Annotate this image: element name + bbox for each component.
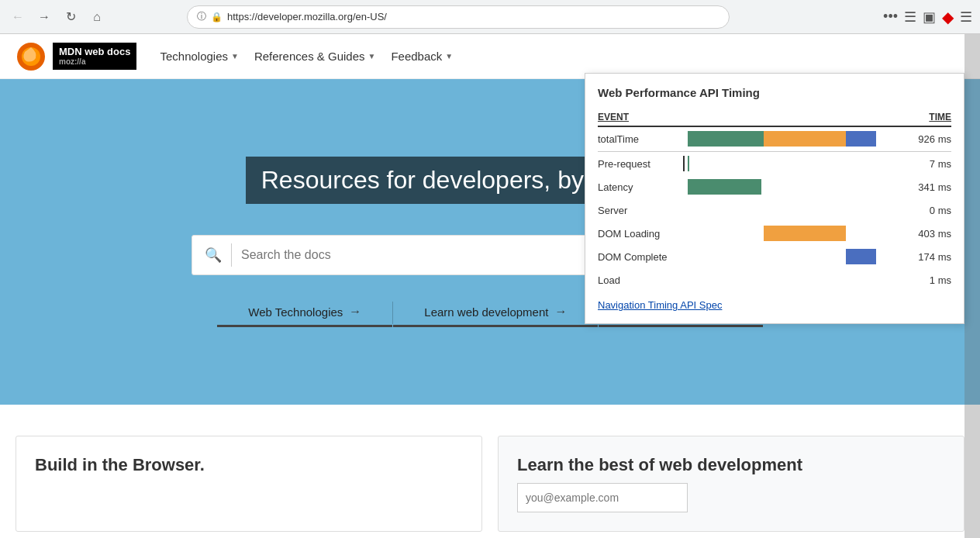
perf-time-value: 1 ms [900, 268, 951, 291]
bookmark-list-icon[interactable]: ☰ [904, 9, 916, 26]
browser-actions: ••• ☰ ▣ ◆ ☰ [883, 8, 972, 26]
pocket-icon[interactable]: ◆ [942, 8, 954, 26]
perf-event-name: Load [598, 268, 683, 291]
perf-table-row: Latency341 ms [598, 175, 951, 198]
performance-popup: Web Performance API Timing EVENT TIME to… [585, 73, 964, 324]
references-dropdown-arrow: ▼ [368, 52, 376, 60]
page-wrapper: MDN web docs moz://a Technologies ▼ Refe… [0, 34, 980, 538]
back-button[interactable]: ← [8, 7, 28, 27]
perf-table-row: totalTime926 ms [598, 126, 951, 152]
home-button[interactable]: ⌂ [87, 7, 107, 27]
perf-table-row: DOM Complete174 ms [598, 245, 951, 268]
perf-time-value: 7 ms [900, 152, 951, 176]
perf-table-row: Load1 ms [598, 268, 951, 291]
more-button[interactable]: ••• [883, 9, 898, 25]
info-icon: ⓘ [197, 10, 206, 23]
nav-feedback[interactable]: Feedback ▼ [391, 50, 453, 63]
forward-button[interactable]: → [34, 7, 54, 27]
reader-view-icon[interactable]: ▣ [923, 9, 936, 26]
reload-button[interactable]: ↻ [60, 7, 81, 27]
quick-link-learn-web-dev[interactable]: Learn web development → [393, 298, 598, 327]
web-tech-arrow-icon: → [349, 305, 361, 319]
sidebar-overlay [964, 34, 980, 538]
perf-table: EVENT TIME totalTime926 msPre-request7 m… [598, 109, 951, 291]
address-bar[interactable]: ⓘ 🔒 https://developer.mozilla.org/en-US/ [187, 5, 730, 29]
perf-bar-cell [683, 222, 900, 245]
perf-time-value: 0 ms [900, 198, 951, 222]
perf-bar-cell [683, 126, 900, 152]
learn-web-dev-card: Learn the best of web development [498, 436, 964, 532]
bar-segment [764, 131, 846, 147]
bar-segment [846, 131, 876, 147]
learn-card-title: Learn the best of web development [517, 455, 945, 475]
perf-bar-cell [683, 198, 900, 222]
navigation-timing-link[interactable]: Navigation Timing API Spec [598, 299, 722, 311]
perf-table-row: Pre-request7 ms [598, 152, 951, 176]
perf-event-name: DOM Loading [598, 222, 683, 245]
bottom-section: Build in the Browser. Learn the best of … [0, 405, 980, 538]
menu-icon[interactable]: ☰ [960, 9, 972, 26]
lock-icon: 🔒 [211, 12, 223, 22]
feedback-dropdown-arrow: ▼ [445, 52, 453, 60]
search-icon: 🔍 [205, 247, 222, 264]
perf-bar-cell [683, 152, 900, 176]
mdn-nav: Technologies ▼ References & Guides ▼ Fee… [160, 50, 453, 63]
learn-arrow-icon: → [554, 305, 567, 319]
perf-popup-title: Web Performance API Timing [598, 86, 951, 99]
nav-references-guides[interactable]: References & Guides ▼ [254, 50, 375, 63]
perf-time-value: 174 ms [900, 245, 951, 268]
perf-col-event: EVENT [598, 109, 683, 126]
perf-time-value: 926 ms [900, 126, 951, 152]
url-text: https://developer.mozilla.org/en-US/ [227, 11, 387, 22]
perf-bar-cell [683, 245, 900, 268]
perf-event-name: Server [598, 198, 683, 222]
perf-event-name: DOM Complete [598, 245, 683, 268]
firefox-logo-icon [16, 41, 47, 72]
bar-segment [688, 156, 690, 171]
perf-table-row: DOM Loading403 ms [598, 222, 951, 245]
perf-event-name: totalTime [598, 126, 683, 152]
bar-separator-line [683, 156, 685, 171]
build-in-browser-card: Build in the Browser. [16, 436, 482, 532]
bar-segment [688, 179, 761, 195]
search-divider [231, 243, 232, 267]
bar-segment [688, 131, 764, 147]
quick-link-learn-label: Learn web development [424, 305, 548, 319]
bar-segment [846, 249, 876, 264]
mdn-logo[interactable]: MDN web docs moz://a [16, 41, 136, 72]
quick-link-web-tech-label: Web Technologies [248, 305, 343, 319]
perf-time-value: 403 ms [900, 222, 951, 245]
build-card-title: Build in the Browser. [35, 455, 463, 475]
quick-link-web-technologies[interactable]: Web Technologies → [217, 298, 392, 327]
perf-bar-cell [683, 175, 900, 198]
perf-event-name: Latency [598, 175, 683, 198]
mdn-web-docs-text: MDN web docs [59, 46, 130, 58]
perf-bar-cell [683, 268, 900, 291]
browser-chrome: ← → ↻ ⌂ ⓘ 🔒 https://developer.mozilla.or… [0, 0, 980, 34]
perf-col-time: TIME [900, 109, 951, 126]
mdn-logo-text: MDN web docs moz://a [53, 43, 136, 71]
perf-time-value: 341 ms [900, 175, 951, 198]
perf-table-row: Server0 ms [598, 198, 951, 222]
perf-event-name: Pre-request [598, 152, 683, 176]
mozilla-text: moz://a [59, 57, 85, 67]
technologies-dropdown-arrow: ▼ [231, 52, 239, 60]
bar-segment [764, 226, 846, 241]
perf-col-bar [683, 109, 900, 126]
nav-technologies[interactable]: Technologies ▼ [160, 50, 238, 63]
email-input[interactable] [517, 483, 688, 512]
